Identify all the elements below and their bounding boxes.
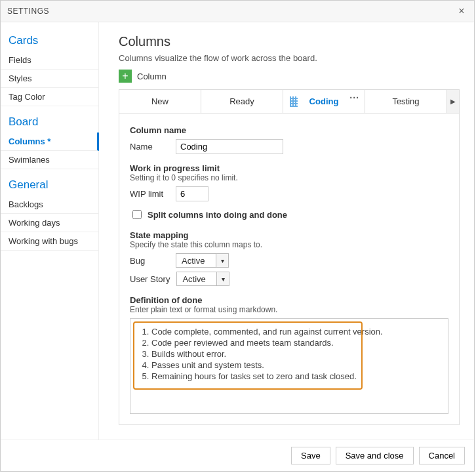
close-icon[interactable]: ×	[456, 5, 467, 17]
tab-testing[interactable]: Testing	[365, 90, 447, 113]
tab-new[interactable]: New	[119, 90, 201, 113]
tab-coding[interactable]: Coding ···	[283, 90, 365, 113]
dialog-body: Cards Fields Styles Tag Color Board Colu…	[1, 22, 474, 440]
state-story-value: Active	[177, 274, 216, 284]
column-name-title: Column name	[130, 125, 448, 135]
tab-coding-label: Coding	[309, 96, 339, 106]
dod-item: Remaining hours for tasks set to zero an…	[151, 371, 440, 381]
sidebar-item-columns[interactable]: Columns *	[1, 133, 99, 151]
dod-item: Code complete, commented, and run agains…	[151, 327, 440, 337]
sidebar-item-tag-color[interactable]: Tag Color	[1, 88, 98, 106]
sidebar-item-swimlanes[interactable]: Swimlanes	[1, 151, 98, 169]
name-label: Name	[130, 142, 169, 152]
page-title: Columns	[119, 34, 460, 49]
sidebar-item-backlogs[interactable]: Backlogs	[1, 195, 98, 214]
tab-menu-icon[interactable]: ···	[349, 93, 359, 103]
state-bug-value: Active	[176, 256, 216, 266]
wip-sub: Setting it to 0 specifies no limit.	[130, 173, 448, 182]
titlebar: SETTINGS ×	[1, 1, 474, 22]
wip-title: Work in progress limit	[130, 163, 448, 173]
tabs-scroll-right-icon[interactable]: ▶	[447, 90, 459, 113]
plus-icon: +	[119, 70, 132, 83]
save-and-close-button[interactable]: Save and close	[336, 447, 414, 464]
wip-label: WIP limit	[130, 189, 169, 199]
tab-ready[interactable]: Ready	[201, 90, 283, 113]
dod-editor[interactable]: Code complete, commented, and run agains…	[130, 318, 448, 414]
sidebar-group-cards: Cards	[1, 31, 98, 51]
dialog-title: SETTINGS	[7, 7, 49, 16]
state-story-label: User Story	[130, 274, 170, 284]
sidebar: Cards Fields Styles Tag Color Board Colu…	[1, 22, 99, 440]
dod-sub: Enter plain text or format using markdow…	[130, 305, 448, 314]
sidebar-item-working-days[interactable]: Working days	[1, 214, 98, 232]
page-subtitle: Columns visualize the flow of work acros…	[119, 53, 460, 63]
state-story-select[interactable]: Active ▾	[176, 272, 229, 286]
dod-item: Builds without error.	[151, 349, 440, 359]
split-columns-label: Split columns into doing and done	[148, 210, 287, 220]
column-tabs: New Ready Coding ··· Testing ▶	[119, 89, 460, 113]
sidebar-item-working-bugs[interactable]: Working with bugs	[1, 232, 98, 251]
settings-dialog: SETTINGS × Cards Fields Styles Tag Color…	[0, 0, 475, 472]
dod-item: Passes unit and system tests.	[151, 360, 440, 370]
sidebar-group-board: Board	[1, 113, 98, 133]
add-column-label: Column	[137, 72, 167, 81]
tab-content: Column name Name Work in progress limit …	[119, 113, 460, 425]
state-bug-select[interactable]: Active ▾	[176, 253, 229, 268]
dialog-footer: Save Save and close Cancel	[1, 440, 474, 471]
state-bug-label: Bug	[130, 256, 169, 266]
sidebar-item-styles[interactable]: Styles	[1, 70, 98, 88]
chevron-down-icon: ▾	[216, 272, 229, 285]
state-mapping-title: State mapping	[130, 230, 448, 240]
dod-list: Code complete, commented, and run agains…	[138, 327, 440, 381]
add-column-button[interactable]: + Column	[119, 70, 167, 83]
dod-item: Code peer reviewed and meets team standa…	[151, 338, 440, 348]
column-name-input[interactable]	[176, 139, 283, 154]
dod-title: Definition of done	[130, 295, 448, 305]
cancel-button[interactable]: Cancel	[419, 447, 465, 464]
save-button[interactable]: Save	[291, 447, 330, 464]
sidebar-item-fields[interactable]: Fields	[1, 51, 98, 70]
wip-limit-input[interactable]	[176, 186, 208, 201]
split-columns-checkbox[interactable]	[132, 210, 142, 219]
sidebar-group-general: General	[1, 176, 98, 195]
chevron-down-icon: ▾	[216, 254, 228, 267]
main-panel: Columns Columns visualize the flow of wo…	[99, 22, 474, 440]
state-mapping-sub: Specify the state this column maps to.	[130, 240, 448, 249]
